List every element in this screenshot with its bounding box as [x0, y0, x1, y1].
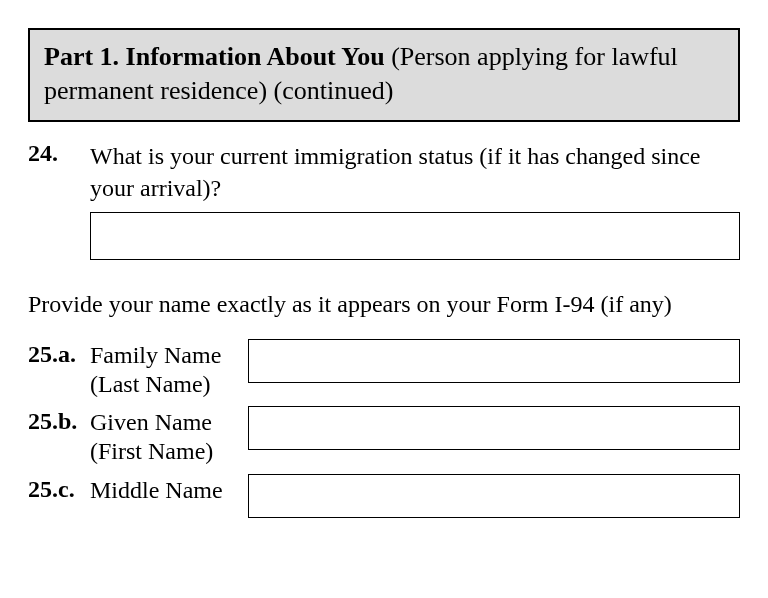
question-25c-number: 25.c. [28, 474, 90, 503]
given-name-input[interactable] [248, 406, 740, 450]
form-page: Part 1. Information About You (Person ap… [0, 0, 768, 558]
question-24-row: 24. What is your current immigration sta… [28, 140, 740, 205]
family-name-label: Family Name [90, 341, 248, 370]
question-24-input-wrapper [90, 212, 740, 260]
middle-name-input[interactable] [248, 474, 740, 518]
question-25a-number: 25.a. [28, 339, 90, 368]
question-25b-label: Given Name (First Name) [90, 406, 248, 466]
given-name-label: Given Name [90, 408, 248, 437]
middle-name-label: Middle Name [90, 476, 248, 505]
last-name-label: (Last Name) [90, 370, 248, 399]
question-25c-input-col [248, 474, 740, 518]
question-25a-row: 25.a. Family Name (Last Name) [28, 339, 740, 399]
section-header-bold: Part 1. Information About You [44, 42, 385, 71]
question-24-number: 24. [28, 140, 90, 167]
question-25c-label: Middle Name [90, 474, 248, 505]
i94-instruction: Provide your name exactly as it appears … [28, 288, 740, 320]
section-header-text: Part 1. Information About You (Person ap… [44, 40, 724, 108]
question-25b-number: 25.b. [28, 406, 90, 435]
family-name-input[interactable] [248, 339, 740, 383]
question-25a-label: Family Name (Last Name) [90, 339, 248, 399]
immigration-status-input[interactable] [90, 212, 740, 260]
first-name-label: (First Name) [90, 437, 248, 466]
question-25c-row: 25.c. Middle Name [28, 474, 740, 518]
question-25a-input-col [248, 339, 740, 383]
question-25b-row: 25.b. Given Name (First Name) [28, 406, 740, 466]
section-header: Part 1. Information About You (Person ap… [28, 28, 740, 122]
question-25b-input-col [248, 406, 740, 450]
question-24-text: What is your current immigration status … [90, 140, 740, 205]
